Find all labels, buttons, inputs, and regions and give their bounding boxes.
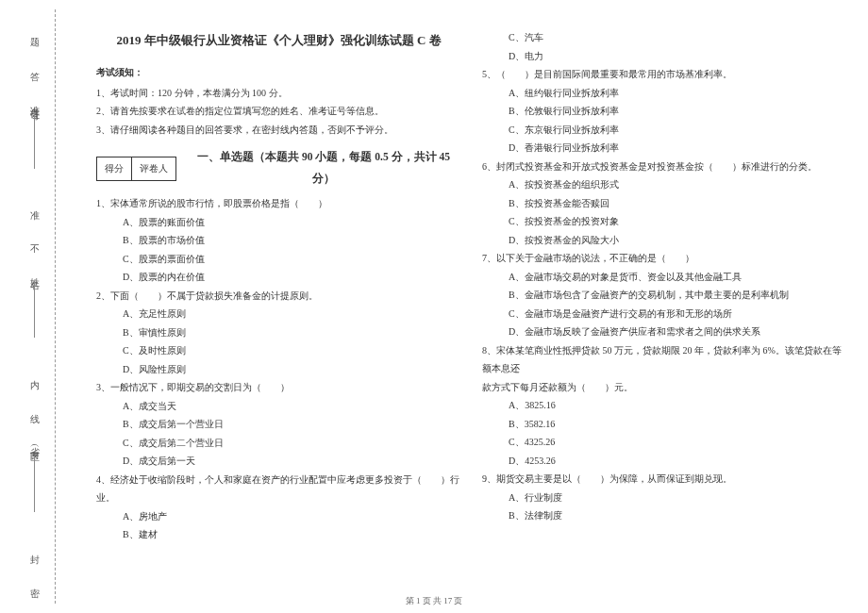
q6-option-c: C、按投资基金的投资对象 [509,212,847,231]
q4-option-d: D、电力 [509,47,847,66]
q9-option-a: A、行业制度 [509,489,847,507]
q3-option-b: B、成交后第一个营业日 [123,415,461,434]
q7-option-d: D、金融市场反映了金融资产供应者和需求者之间的供求关系 [509,323,847,341]
notice-item-1: 1、考试时间：120 分钟，本卷满分为 100 分。 [96,84,461,103]
question-8-line2: 款方式下每月还款额为（ ）元。 [482,378,847,397]
binding-mi-char: 密 [27,581,41,583]
question-4: 4、经济处于收缩阶段时，个人和家庭在资产的行业配置中应考虑更多投资于（ ）行业。 [96,471,461,507]
notice-heading: 考试须知： [96,63,461,82]
question-1: 1、宋体通常所说的股市行情，即股票价格是指（ ） [96,194,461,213]
q2-option-d: D、风险性原则 [123,360,461,379]
q8-option-d: D、4253.26 [509,452,847,471]
q4-option-a: A、房地产 [123,507,461,526]
q8-option-a: A、3825.16 [509,396,847,415]
binding-name-group: 姓名 [27,271,41,340]
q1-option-b: B、股票的市场价值 [123,231,461,250]
binding-region-group: 省（市区） [27,439,41,515]
question-9: 9、期货交易主要是以（ ）为保障，从而保证到期兑现。 [482,470,847,489]
q2-option-a: A、充足性原则 [123,305,461,323]
q6-option-a: A、按投资基金的组织形式 [509,175,847,194]
question-2: 2、下面（ ）不属于贷款损失准备金的计提原则。 [96,287,461,306]
binding-answer-char: 答 [27,64,41,66]
binding-no-char: 不 [27,237,41,239]
binding-cert-label: 准考证号 [27,98,41,106]
binding-seal-char: 题 [27,30,41,32]
q6-option-d: D、按投资基金的风险大小 [509,231,847,250]
q4-option-c: C、汽车 [509,28,847,47]
left-column: 2019 年中级银行从业资格证《个人理财》强化训练试题 C 卷 考试须知： 1、… [96,28,461,604]
q5-option-d: D、香港银行同业拆放利率 [509,139,847,157]
q2-option-c: C、及时性原则 [123,341,461,360]
q5-option-c: C、东京银行同业拆放利率 [509,121,847,140]
binding-inside-char: 内 [27,373,41,374]
question-8-line1: 8、宋体某笔商业性抵押贷款 50 万元，贷款期限 20 年，贷款利率为 6%。该… [482,341,847,378]
binding-strip: 题 答 准考证号 准 不 姓名 内 线 省（市区） 封 密 [0,0,68,613]
binding-feng-char: 封 [27,547,41,549]
q1-option-d: D、股票的内在价值 [123,268,461,287]
binding-cert-underline [34,112,35,169]
q3-option-c: C、成交后第二个营业日 [123,434,461,453]
binding-name-underline [34,281,35,338]
right-column: C、汽车 D、电力 5、（ ）是目前国际间最重要和最常用的市场基准利率。 A、纽… [482,28,847,604]
score-box: 得分 评卷人 [96,157,176,181]
q3-option-a: A、成交当天 [123,397,461,416]
q5-option-a: A、纽约银行同业拆放利率 [509,84,847,103]
binding-region-label: 省（市区） [27,439,41,449]
exam-sheet: 2019 年中级银行从业资格证《个人理财》强化训练试题 C 卷 考试须知： 1、… [68,0,868,613]
question-6: 6、封闭式投资基金和开放式投资基金是对投资基金按（ ）标准进行的分类。 [482,157,847,176]
question-3: 3、一般情况下，即期交易的交割日为（ ） [96,378,461,397]
binding-line-char: 线 [27,406,41,408]
q8-option-c: C、4325.26 [509,433,847,452]
q1-option-a: A、股票的账面价值 [123,213,461,232]
binding-name-label: 姓名 [27,271,41,274]
section-1-title: 一、单选题（本题共 90 小题，每题 0.5 分，共计 45 分） [186,146,461,189]
grader-label: 评卷人 [132,157,175,180]
q2-option-b: B、审慎性原则 [123,323,461,342]
q3-option-d: D、成交后第一天 [123,452,461,471]
score-label: 得分 [97,157,132,180]
q6-option-b: B、按投资基金能否赎回 [509,194,847,213]
q8-option-b: B、3582.16 [509,415,847,434]
q4-option-b: B、建材 [123,525,461,544]
binding-dashed-line [55,9,56,604]
q7-option-c: C、金融市场是金融资产进行交易的有形和无形的场所 [509,305,847,323]
exam-title: 2019 年中级银行从业资格证《个人理财》强化训练试题 C 卷 [96,28,461,52]
notice-item-3: 3、请仔细阅读各种题目的回答要求，在密封线内答题，否则不予评分。 [96,121,461,140]
page-footer: 第 1 页 共 17 页 [0,595,868,607]
q1-option-c: C、股票的票面价值 [123,250,461,269]
q5-option-b: B、伦敦银行同业拆放利率 [509,102,847,121]
question-5: 5、（ ）是目前国际间最重要和最常用的市场基准利率。 [482,65,847,84]
q9-option-b: B、法律制度 [509,506,847,525]
q7-option-b: B、金融市场包含了金融资产的交易机制，其中最主要的是利率机制 [509,286,847,305]
binding-zhun-char: 准 [27,203,41,205]
question-7: 7、以下关于金融市场的说法，不正确的是（ ） [482,249,847,268]
binding-cert-group: 准考证号 [27,98,41,172]
binding-region-underline [34,456,35,512]
notice-item-2: 2、请首先按要求在试卷的指定位置填写您的姓名、准考证号等信息。 [96,102,461,121]
q7-option-a: A、金融市场交易的对象是货币、资金以及其他金融工具 [509,268,847,287]
